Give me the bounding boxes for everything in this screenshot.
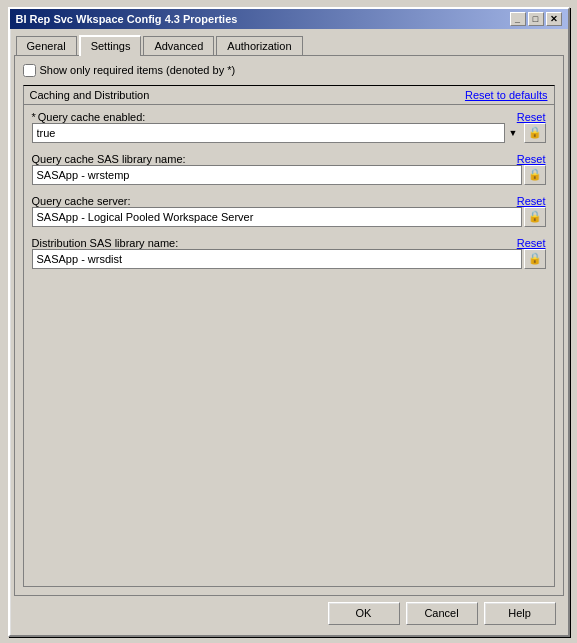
reset-link-1[interactable]: Reset xyxy=(517,111,546,123)
field-label-4: Distribution SAS library name: xyxy=(32,237,179,249)
field-label-1: Query cache enabled: xyxy=(38,111,146,123)
tab-settings[interactable]: Settings xyxy=(79,35,142,56)
window-title: BI Rep Svc Wkspace Config 4.3 Properties xyxy=(16,13,238,25)
tab-advanced[interactable]: Advanced xyxy=(143,36,214,55)
reset-defaults-link[interactable]: Reset to defaults xyxy=(465,89,548,101)
tab-bar: General Settings Advanced Authorization xyxy=(14,33,564,55)
distribution-sas-library-input[interactable] xyxy=(32,249,522,269)
query-cache-sas-library-input[interactable] xyxy=(32,165,522,185)
lock-icon-3[interactable]: 🔒 xyxy=(524,207,546,227)
show-required-row: Show only required items (denoted by *) xyxy=(23,64,555,77)
title-bar-buttons: _ □ ✕ xyxy=(510,12,562,26)
group-body: * Query cache enabled: Reset true false xyxy=(24,105,554,281)
field-with-lock-2: 🔒 xyxy=(32,165,546,185)
field-label-row-1: * Query cache enabled: Reset xyxy=(32,111,546,123)
field-with-lock-1: true false ▼ 🔒 xyxy=(32,123,546,143)
field-label-row-2: Query cache SAS library name: Reset xyxy=(32,153,546,165)
field-with-lock-3: 🔒 xyxy=(32,207,546,227)
close-button[interactable]: ✕ xyxy=(546,12,562,26)
reset-link-3[interactable]: Reset xyxy=(517,195,546,207)
group-title: Caching and Distribution xyxy=(30,89,150,101)
minimize-button[interactable]: _ xyxy=(510,12,526,26)
help-button[interactable]: Help xyxy=(484,602,556,625)
field-distribution-sas-library: Distribution SAS library name: Reset 🔒 xyxy=(32,237,546,269)
field-query-cache-server: Query cache server: Reset 🔒 xyxy=(32,195,546,227)
lock-icon-2[interactable]: 🔒 xyxy=(524,165,546,185)
ok-button[interactable]: OK xyxy=(328,602,400,625)
main-window: BI Rep Svc Wkspace Config 4.3 Properties… xyxy=(8,7,570,637)
select-wrapper-1: true false ▼ xyxy=(32,123,522,143)
lock-icon-1[interactable]: 🔒 xyxy=(524,123,546,143)
lock-icon-4[interactable]: 🔒 xyxy=(524,249,546,269)
reset-link-2[interactable]: Reset xyxy=(517,153,546,165)
tab-general[interactable]: General xyxy=(16,36,77,55)
reset-link-4[interactable]: Reset xyxy=(517,237,546,249)
tab-authorization[interactable]: Authorization xyxy=(216,36,302,55)
cancel-button[interactable]: Cancel xyxy=(406,602,478,625)
window-body: General Settings Advanced Authorization … xyxy=(10,29,568,635)
tab-content: Show only required items (denoted by *) … xyxy=(14,55,564,596)
query-cache-enabled-select[interactable]: true false xyxy=(32,123,522,143)
query-cache-server-input[interactable] xyxy=(32,207,522,227)
title-bar: BI Rep Svc Wkspace Config 4.3 Properties… xyxy=(10,9,568,29)
field-query-cache-sas-library: Query cache SAS library name: Reset 🔒 xyxy=(32,153,546,185)
field-with-lock-4: 🔒 xyxy=(32,249,546,269)
field-label-2: Query cache SAS library name: xyxy=(32,153,186,165)
field-label-row-4: Distribution SAS library name: Reset xyxy=(32,237,546,249)
maximize-button[interactable]: □ xyxy=(528,12,544,26)
field-label-3: Query cache server: xyxy=(32,195,131,207)
show-required-checkbox[interactable] xyxy=(23,64,36,77)
field-label-row-3: Query cache server: Reset xyxy=(32,195,546,207)
field-query-cache-enabled: * Query cache enabled: Reset true false xyxy=(32,111,546,143)
group-header: Caching and Distribution Reset to defaul… xyxy=(24,86,554,105)
group-box: Caching and Distribution Reset to defaul… xyxy=(23,85,555,587)
show-required-label: Show only required items (denoted by *) xyxy=(40,64,236,76)
required-star-1: * xyxy=(32,111,36,123)
bottom-bar: OK Cancel Help xyxy=(14,596,564,631)
